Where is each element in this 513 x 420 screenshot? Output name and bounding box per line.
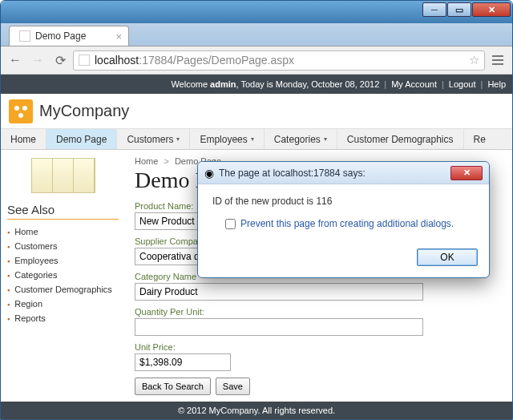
prevent-dialogs-label: Prevent this page from creating addition…	[240, 218, 454, 229]
chrome-icon: ◉	[204, 167, 214, 180]
alert-ok-button[interactable]: OK	[417, 248, 478, 266]
menu-regions-truncated[interactable]: Re	[464, 129, 495, 149]
sidebar-list: Home Customers Employees Categories Cust…	[7, 224, 119, 325]
alert-titlebar: ◉ The page at localhost:17884 says: ✕	[198, 162, 489, 184]
sidebar-item-home[interactable]: Home	[7, 224, 119, 239]
alert-message: ID of the new product is 116	[212, 196, 475, 207]
sidebar-item-reports[interactable]: Reports	[7, 311, 119, 325]
company-logo-icon	[9, 99, 33, 123]
prevent-dialogs-input[interactable]	[225, 219, 236, 229]
sidebar-item-employees[interactable]: Employees	[7, 253, 119, 268]
back-to-search-button[interactable]: Back To Search	[135, 378, 211, 395]
account-bar: Welcome admin, Today is Monday, October …	[1, 75, 512, 94]
menu-demo-page[interactable]: Demo Page	[46, 129, 117, 149]
menu-employees[interactable]: Employees▾	[190, 129, 264, 149]
browser-menu-button[interactable]	[488, 50, 507, 70]
alert-close-button[interactable]: ✕	[450, 166, 483, 180]
my-account-link[interactable]: My Account	[391, 79, 437, 89]
main-menu: Home Demo Page Customers▾ Employees▾ Cat…	[1, 129, 512, 150]
page-footer: © 2012 MyCompany. All rights reserved.	[1, 402, 512, 419]
logout-link[interactable]: Logout	[449, 79, 476, 89]
tab-title: Demo Page	[35, 30, 86, 42]
help-link[interactable]: Help	[487, 79, 506, 89]
sidebar-item-customers[interactable]: Customers	[7, 239, 119, 253]
sidebar: See Also Home Customers Employees Catego…	[1, 150, 125, 402]
brand-bar: MyCompany	[1, 94, 512, 129]
company-name: MyCompany	[39, 102, 129, 120]
save-button[interactable]: Save	[216, 378, 250, 395]
js-alert-dialog: ◉ The page at localhost:17884 says: ✕ ID…	[197, 161, 490, 278]
tab-strip: Demo Page ×	[1, 23, 512, 46]
menu-customer-demographics[interactable]: Customer Demographics	[337, 129, 464, 149]
chevron-down-icon: ▾	[176, 135, 180, 143]
sidebar-item-customer-demographics[interactable]: Customer Demographics	[7, 282, 119, 297]
breadcrumb-home[interactable]: Home	[135, 156, 158, 166]
back-button[interactable]: ←	[6, 50, 25, 70]
tab-close-icon[interactable]: ×	[115, 30, 122, 42]
menu-customers[interactable]: Customers▾	[117, 129, 190, 149]
new-tab-button[interactable]	[134, 27, 151, 43]
url-port: :17884	[139, 54, 173, 67]
welcome-text: Welcome admin, Today is Monday, October …	[171, 79, 379, 89]
prevent-dialogs-checkbox[interactable]: Prevent this page from creating addition…	[225, 218, 475, 229]
quantity-label: Quantity Per Unit:	[135, 307, 503, 317]
menu-home[interactable]: Home	[1, 129, 46, 149]
url-host: localhost	[95, 54, 139, 67]
bookmark-star-icon[interactable]: ☆	[469, 53, 479, 67]
address-bar[interactable]: localhost:17884/Pages/DemoPage.aspx ☆	[73, 50, 485, 71]
menu-categories[interactable]: Categories▾	[265, 129, 337, 149]
site-favicon-icon	[79, 55, 90, 66]
sidebar-item-region[interactable]: Region	[7, 297, 119, 311]
category-input[interactable]	[135, 283, 423, 301]
tab-favicon-icon	[19, 30, 30, 42]
chevron-down-icon: ▾	[251, 135, 254, 143]
window-maximize-button[interactable]: ▭	[447, 2, 471, 17]
alert-footer: OK	[198, 240, 489, 277]
chevron-down-icon: ▾	[324, 135, 327, 143]
sidebar-thumbnail-icon	[31, 158, 95, 193]
forward-button[interactable]: →	[28, 50, 47, 70]
window-titlebar: ─ ▭ ✕	[1, 1, 512, 23]
browser-toolbar: ← → ⟳ localhost:17884/Pages/DemoPage.asp…	[1, 46, 512, 75]
url-path: /Pages/DemoPage.aspx	[173, 54, 294, 67]
alert-body: ID of the new product is 116 Prevent thi…	[198, 184, 489, 240]
reload-button[interactable]: ⟳	[50, 50, 70, 70]
window-close-button[interactable]: ✕	[472, 2, 511, 17]
window-minimize-button[interactable]: ─	[422, 2, 446, 17]
sidebar-item-categories[interactable]: Categories	[7, 268, 119, 282]
quantity-input[interactable]	[135, 318, 423, 336]
unit-price-input[interactable]	[135, 353, 231, 371]
unit-price-label: Unit Price:	[135, 342, 503, 352]
alert-title-text: The page at localhost:17884 says:	[219, 168, 450, 179]
browser-window: ─ ▭ ✕ Demo Page × ← → ⟳ localhost:17884/…	[0, 0, 513, 420]
browser-tab[interactable]: Demo Page ×	[9, 26, 129, 46]
sidebar-heading: See Also	[7, 203, 119, 220]
